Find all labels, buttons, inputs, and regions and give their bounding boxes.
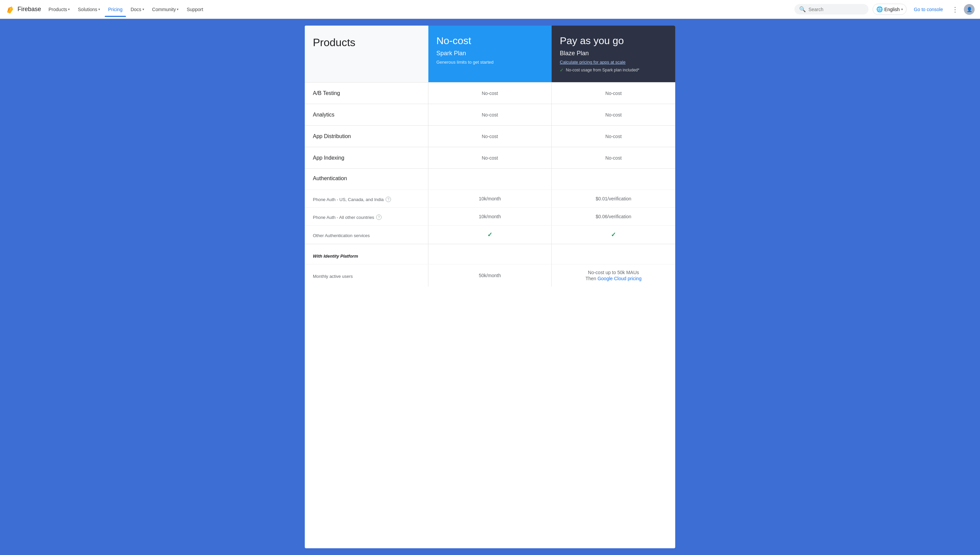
row-other-auth-services: Other Authentication services ✓ ✓ [305,225,675,244]
spark-other-auth: ✓ [428,226,552,244]
spark-phone-auth-other: 10k/month [428,208,552,225]
analytics-label: Analytics [313,112,334,118]
language-chevron-icon: ▾ [901,7,903,11]
row-identity-platform: With Identity Platform [305,244,675,264]
spark-plan-desc: Generous limits to get started [436,59,544,65]
row-app-distribution: App Distribution No-cost No-cost [305,125,675,147]
nav-products[interactable]: Products ▾ [45,5,73,14]
blaze-auth-header [552,169,675,189]
pricing-table-container: Products No-cost Spark Plan Generous lim… [305,26,675,548]
other-auth-label: Other Authentication services [313,233,370,238]
avatar-image: 👤 [967,7,972,12]
search-input[interactable] [808,7,864,12]
blaze-mau-line1: No-cost up to 50k MAUs [588,270,639,275]
blaze-other-auth: ✓ [552,226,675,244]
spark-mau: 50k/month [428,265,552,287]
products-heading: Products [313,36,355,49]
spark-ab-testing: No-cost [428,82,552,104]
blaze-identity-platform [552,244,675,264]
product-name-app-indexing: App Indexing [305,147,428,168]
phone-auth-other-label: Phone Auth - All other countries [313,215,374,220]
row-phone-auth-other: Phone Auth - All other countries ? 10k/m… [305,207,675,225]
phone-auth-us-help-icon[interactable]: ? [386,197,391,202]
more-options-button[interactable]: ⋮ [949,3,961,16]
nav-docs[interactable]: Docs ▾ [127,5,148,14]
row-mau: Monthly active users 50k/month No-cost u… [305,264,675,287]
ab-testing-label: A/B Testing [313,90,340,96]
product-mau: Monthly active users [305,265,428,287]
product-phone-auth-us: Phone Auth - US, Canada, and India ? [305,190,428,207]
nav-docs-label: Docs [131,7,141,12]
nav-solutions[interactable]: Solutions ▾ [74,5,103,14]
product-name-ab-testing: A/B Testing [305,82,428,104]
calculate-pricing-link[interactable]: Calculate pricing for apps at scale [560,59,667,65]
nav-pricing-label: Pricing [108,7,123,12]
spark-auth-header [428,169,552,189]
products-chevron-icon: ▾ [68,7,70,11]
blaze-app-distribution: No-cost [552,126,675,147]
solutions-chevron-icon: ▾ [98,7,100,11]
header-products-col: Products [305,26,428,82]
check-icon: ✓ [560,67,564,73]
go-to-console-button[interactable]: Go to console [911,5,946,14]
docs-chevron-icon: ▾ [143,7,144,11]
search-icon: 🔍 [799,6,806,13]
globe-icon: 🌐 [876,6,883,13]
blaze-mau: No-cost up to 50k MAUs Then Google Cloud… [552,265,675,287]
nocost-note: ✓ No-cost usage from Spark plan included… [560,67,667,73]
spark-other-auth-check-icon: ✓ [487,231,492,239]
nav-solutions-label: Solutions [78,7,97,12]
app-distribution-label: App Distribution [313,133,351,140]
search-box[interactable]: 🔍 [794,4,869,14]
product-identity-platform: With Identity Platform [305,244,428,264]
phone-auth-us-label: Phone Auth - US, Canada, and India [313,197,383,202]
spark-app-distribution: No-cost [428,126,552,147]
nav-support-label: Support [186,7,203,12]
google-cloud-pricing-link[interactable]: Google Cloud pricing [597,276,642,281]
product-name-analytics: Analytics [305,104,428,125]
authentication-title: Authentication [313,175,420,181]
firebase-flame-icon [5,5,15,14]
language-label: English [884,7,900,12]
app-indexing-label: App Indexing [313,155,344,161]
firebase-logo-text: Firebase [18,6,41,13]
spark-app-indexing: No-cost [428,147,552,168]
authentication-section-header: Authentication [305,169,428,189]
blaze-plan-name: Blaze Plan [560,50,667,57]
row-ab-testing: A/B Testing No-cost No-cost [305,82,675,104]
row-app-indexing: App Indexing No-cost No-cost [305,147,675,168]
language-selector[interactable]: 🌐 English ▾ [873,4,906,15]
product-name-app-distribution: App Distribution [305,126,428,147]
product-other-auth: Other Authentication services [305,226,428,244]
blaze-phone-auth-other: $0.06/verification [552,208,675,225]
blaze-app-indexing: No-cost [552,147,675,168]
row-authentication-header: Authentication [305,168,675,189]
row-phone-auth-us: Phone Auth - US, Canada, and India ? 10k… [305,189,675,207]
navbar: Firebase Products ▾ Solutions ▾ Pricing … [0,0,980,19]
user-avatar[interactable]: 👤 [964,4,975,15]
spark-phone-auth-us: 10k/month [428,190,552,207]
blaze-phone-auth-us: $0.01/verification [552,190,675,207]
blaze-ab-testing: No-cost [552,82,675,104]
blaze-pay-as-you-go-title: Pay as you go [560,35,667,47]
blaze-mau-stacked: No-cost up to 50k MAUs Then Google Cloud… [585,270,642,281]
mau-label: Monthly active users [313,274,353,279]
spark-analytics: No-cost [428,104,552,125]
blaze-other-auth-check-icon: ✓ [611,231,616,239]
pricing-header: Products No-cost Spark Plan Generous lim… [305,26,675,82]
spark-identity-platform [428,244,552,264]
nav-support[interactable]: Support [183,5,207,14]
nav-community[interactable]: Community ▾ [149,5,182,14]
header-blaze-col: Pay as you go Blaze Plan Calculate prici… [552,26,675,82]
phone-auth-other-help-icon[interactable]: ? [376,215,382,220]
blaze-analytics: No-cost [552,104,675,125]
product-phone-auth-other: Phone Auth - All other countries ? [305,208,428,225]
nav-products-label: Products [48,7,67,12]
header-spark-col: No-cost Spark Plan Generous limits to ge… [428,26,552,82]
identity-platform-title: With Identity Platform [313,253,358,259]
nav-community-label: Community [152,7,176,12]
more-options-icon: ⋮ [952,5,958,13]
firebase-logo[interactable]: Firebase [5,5,41,14]
nav-pricing[interactable]: Pricing [105,5,126,14]
spark-plan-name: Spark Plan [436,50,544,57]
